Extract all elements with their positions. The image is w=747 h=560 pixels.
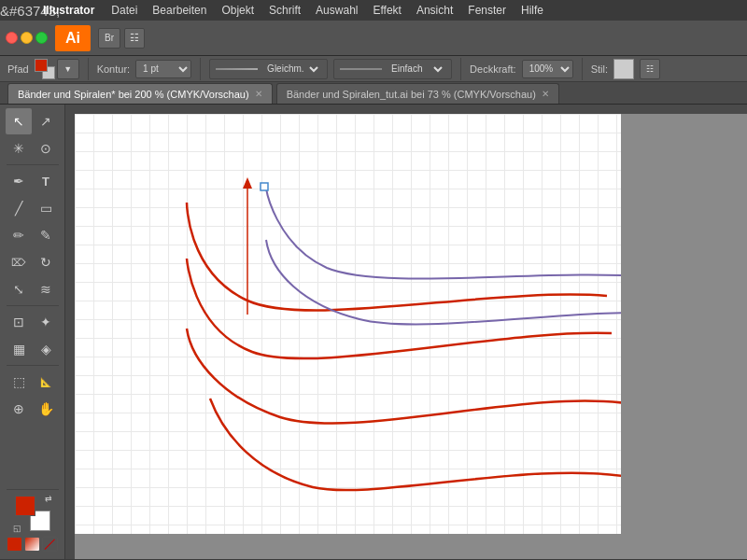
apple-menu[interactable]: &#63743;: [0, 3, 37, 19]
tool-row-11: ⊕ ✋: [6, 396, 59, 422]
tool-row-2: ✳ ⊙: [6, 135, 59, 161]
maximize-button[interactable]: [35, 32, 48, 44]
tool-divider-3: [7, 365, 59, 366]
tool-row-6: ⌦ ↻: [6, 249, 59, 275]
tool-divider-2: [7, 305, 59, 306]
artwork: [75, 114, 621, 534]
menu-auswahl[interactable]: Auswahl: [308, 4, 365, 17]
kontur-label: Kontur:: [97, 63, 130, 75]
line-tool[interactable]: ╱: [6, 195, 32, 221]
menubar: &#63743; Illustrator Datei Bearbeiten Ob…: [0, 0, 747, 21]
stroke-width-select[interactable]: 1 pt0.5 pt2 pt: [135, 60, 191, 78]
canvas-area[interactable]: [65, 105, 747, 559]
tab-0-label: Bänder und Spiralen* bei 200 % (CMYK/Vor…: [18, 89, 249, 100]
properties-bar: Pfad ▼ Kontur: 1 pt0.5 pt2 pt Gleichm. E…: [0, 56, 747, 82]
bridge-button[interactable]: Br: [98, 28, 120, 49]
tab-1[interactable]: Bänder und Spiralen_tut.ai bei 73 % (CMY…: [276, 83, 559, 104]
selection-tool[interactable]: ↖: [6, 108, 32, 134]
magic-wand-tool[interactable]: ✳: [6, 135, 32, 161]
anchor-top-left[interactable]: [261, 183, 268, 190]
lasso-tool[interactable]: ⊙: [33, 135, 59, 161]
tool-row-9: ▦ ◈: [6, 336, 59, 362]
separator4: [582, 58, 583, 80]
brush-tool[interactable]: ✏: [6, 222, 32, 248]
hand-tool[interactable]: ✋: [33, 396, 59, 422]
opacity-select[interactable]: 100%: [522, 60, 573, 78]
symbol-tool[interactable]: ✦: [33, 309, 59, 335]
main-area: ↖ ↗ ✳ ⊙ ✒ T ╱ ▭ ✏ ✎ ⌦ ↻ ⤡ ≋ ⊡: [0, 105, 747, 559]
curve-purple-2: [266, 240, 621, 324]
scale-tool[interactable]: ⤡: [6, 276, 32, 302]
path-label: Pfad: [7, 63, 29, 75]
zoom-tool[interactable]: ⊕: [6, 396, 32, 422]
curve-red-4: [210, 399, 621, 490]
toolbar: Ai Br ☷: [0, 21, 747, 56]
measure-tool[interactable]: 📐: [33, 369, 59, 395]
ruler-vertical: [65, 105, 75, 559]
curve-red-1: [187, 203, 607, 310]
deckkraft-label: Deckkraft:: [470, 63, 516, 75]
style-dropdown[interactable]: ☷: [640, 59, 660, 79]
menu-bearbeiten[interactable]: Bearbeiten: [145, 4, 214, 17]
blend-tool[interactable]: ◈: [33, 336, 59, 362]
curve-red-2: [187, 259, 612, 358]
eraser-tool[interactable]: ⌦: [6, 249, 32, 275]
tab-0-close[interactable]: ✕: [255, 89, 262, 99]
separator2: [200, 58, 201, 80]
tool-row-1: ↖ ↗: [6, 108, 59, 134]
bridge-label: Br: [105, 33, 114, 43]
stroke-style-select1[interactable]: Gleichm.: [261, 60, 321, 78]
tab-1-close[interactable]: ✕: [542, 89, 549, 99]
tool-divider-4: [7, 489, 59, 490]
tool-row-8: ⊡ ✦: [6, 309, 59, 335]
tool-divider-1: [7, 164, 59, 165]
pen-tool[interactable]: ✒: [6, 168, 32, 194]
warp-tool[interactable]: ≋: [33, 276, 59, 302]
menu-ansicht[interactable]: Ansicht: [409, 4, 460, 17]
text-tool[interactable]: T: [33, 168, 59, 194]
menu-effekt[interactable]: Effekt: [365, 4, 408, 17]
tab-1-label: Bänder und Spiralen_tut.ai bei 73 % (CMY…: [287, 89, 536, 100]
rotate-tool[interactable]: ↻: [33, 249, 59, 275]
column-graph-tool[interactable]: ▦: [6, 336, 32, 362]
tool-row-5: ✏ ✎: [6, 222, 59, 248]
pencil-tool[interactable]: ✎: [33, 222, 59, 248]
fill-color-fg[interactable]: [15, 496, 35, 516]
none-mode[interactable]: [42, 537, 58, 552]
direct-selection-tool[interactable]: ↗: [33, 108, 59, 134]
ruler-horizontal: [65, 105, 747, 114]
curve-red-3: [187, 329, 621, 424]
minimize-button[interactable]: [21, 32, 33, 44]
tool-row-4: ╱ ▭: [6, 195, 59, 221]
window-controls: [6, 32, 48, 44]
swap-colors-icon[interactable]: ⇄: [45, 494, 52, 503]
menu-fenster[interactable]: Fenster: [460, 4, 514, 17]
gradient-mode[interactable]: [24, 537, 40, 552]
menu-datei[interactable]: Datei: [104, 4, 145, 17]
menu-hilfe[interactable]: Hilfe: [514, 4, 551, 17]
eyedropper-tool[interactable]: ⬚: [6, 369, 32, 395]
solid-color-mode[interactable]: [7, 537, 22, 552]
stroke-style-select2[interactable]: Einfach: [385, 60, 445, 78]
tab-0[interactable]: Bänder und Spiralen* bei 200 % (CMYK/Vor…: [7, 83, 273, 104]
style-preview[interactable]: [613, 59, 634, 79]
stroke-color-btn[interactable]: ▼: [57, 59, 79, 79]
left-toolbar: ↖ ↗ ✳ ⊙ ✒ T ╱ ▭ ✏ ✎ ⌦ ↻ ⤡ ≋ ⊡: [0, 105, 65, 559]
arrow-up: [243, 177, 252, 189]
separator3: [460, 58, 461, 80]
color-boxes: ⇄ ◱: [7, 487, 59, 559]
menu-objekt[interactable]: Objekt: [214, 4, 261, 17]
curve-purple-1: [266, 189, 621, 279]
menu-schrift[interactable]: Schrift: [261, 4, 308, 17]
free-transform-tool[interactable]: ⊡: [6, 309, 32, 335]
ai-logo: Ai: [55, 25, 91, 51]
rect-tool[interactable]: ▭: [33, 195, 59, 221]
arrange-button[interactable]: ☷: [124, 28, 145, 49]
default-colors-icon[interactable]: ◱: [13, 524, 21, 533]
tool-row-7: ⤡ ≋: [6, 276, 59, 302]
separator: [88, 58, 89, 80]
tabbar: Bänder und Spiralen* bei 200 % (CMYK/Vor…: [0, 82, 747, 105]
stil-label: Stil:: [591, 63, 608, 75]
close-button[interactable]: [6, 32, 18, 44]
tool-row-3: ✒ T: [6, 168, 59, 194]
